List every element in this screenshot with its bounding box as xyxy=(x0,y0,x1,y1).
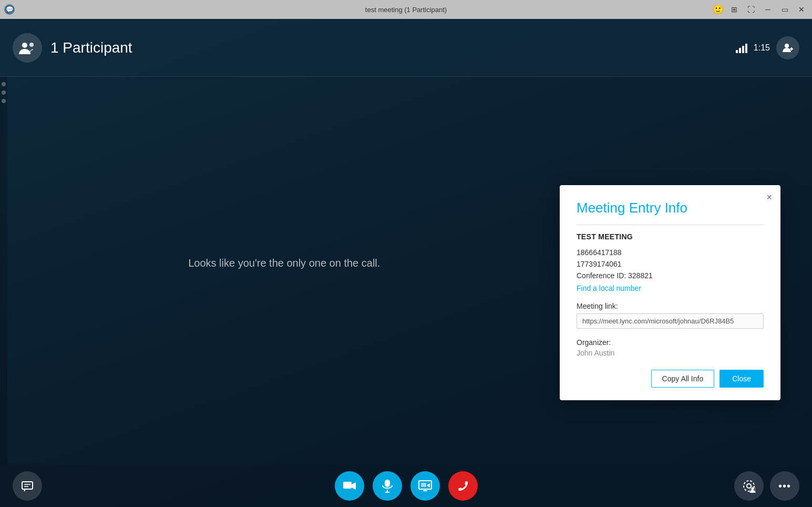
modal-meeting-link-label: Meeting link: xyxy=(577,302,764,310)
modal-close-button[interactable]: × xyxy=(766,192,772,202)
close-modal-button[interactable]: Close xyxy=(720,370,764,388)
modal-phone-1: 18666417188 xyxy=(577,248,764,257)
modal-title: Meeting Entry Info xyxy=(577,200,764,216)
maximize-icon[interactable]: ⛶ xyxy=(745,3,757,16)
modal-organizer-label: Organizer: xyxy=(577,338,764,347)
title-bar-title: test meeting (1 Participant) xyxy=(365,6,447,14)
screen-icon[interactable]: ⊞ xyxy=(728,3,741,16)
close-icon[interactable]: ✕ xyxy=(795,3,808,16)
modal-phone-2: 17739174061 xyxy=(577,260,764,268)
main-area: 1 Participant 1:15 xyxy=(0,19,812,507)
title-bar: 💬 test meeting (1 Participant) 🙂 ⊞ ⛶ ─ ▭… xyxy=(0,0,812,19)
modal-organizer-name: John Austin xyxy=(577,349,764,357)
modal-divider xyxy=(577,225,764,225)
copy-all-info-button[interactable]: Copy All Info xyxy=(651,370,715,388)
find-local-number-link[interactable]: Find a local number xyxy=(577,284,764,292)
modal-actions: Copy All Info Close xyxy=(577,370,764,388)
meeting-entry-info-modal: × Meeting Entry Info TEST MEETING 186664… xyxy=(560,185,780,400)
restore-icon[interactable]: ▭ xyxy=(778,3,791,16)
modal-overlay: × Meeting Entry Info TEST MEETING 186664… xyxy=(0,38,812,507)
title-bar-left: 💬 xyxy=(4,4,15,15)
title-bar-controls: 🙂 ⊞ ⛶ ─ ▭ ✕ xyxy=(712,3,808,16)
minimize-icon[interactable]: ─ xyxy=(762,3,774,16)
app-icon: 💬 xyxy=(4,4,15,15)
modal-link-box[interactable]: https://meet.lync.com/microsoft/johnau/D… xyxy=(577,313,764,329)
modal-conference-id: Conference ID: 328821 xyxy=(577,271,764,280)
modal-meeting-name: TEST MEETING xyxy=(577,232,764,241)
emoji-icon[interactable]: 🙂 xyxy=(712,4,724,15)
